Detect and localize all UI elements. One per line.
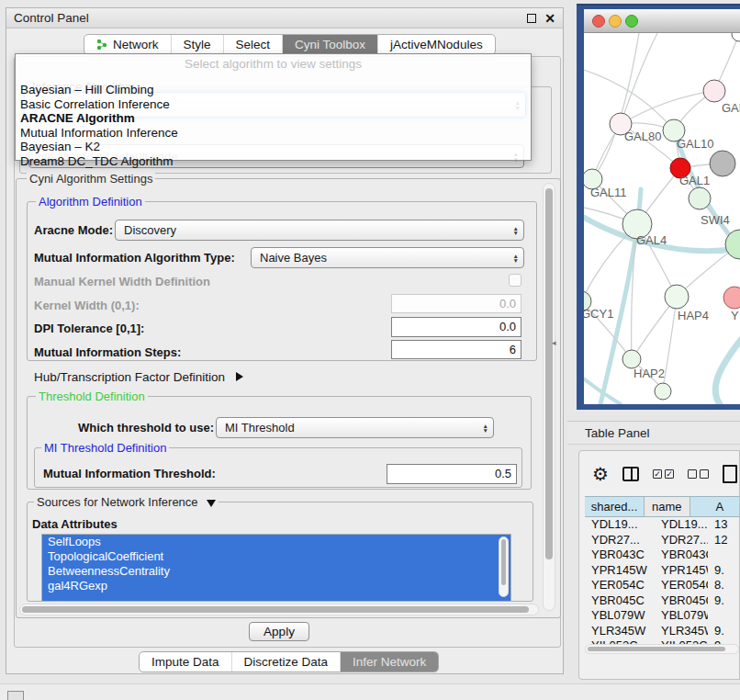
attribute-item[interactable]: gal4RGexp (42, 579, 510, 593)
new-table-icon[interactable] (723, 465, 737, 483)
control-panel-tabs: Network Style Select Cyni Toolbox jActiv… (84, 34, 496, 55)
table-horizontal-scrollbar[interactable] (585, 644, 739, 654)
svg-text:GCY1: GCY1 (584, 307, 613, 321)
tab-jactivemnodules[interactable]: jActiveMNodules (377, 35, 495, 54)
control-panel-titlebar: Control Panel ✕ (6, 8, 563, 28)
algorithm-option[interactable]: Bayesian – Hill Climbing (20, 83, 154, 97)
cyni-bottom-tabs: Impute Data Discretize Data Infer Networ… (139, 651, 439, 672)
column-header-name[interactable]: name (645, 497, 690, 516)
mi-threshold-field[interactable]: 0.5 (387, 464, 517, 484)
table-header-row: shared... name A (585, 496, 740, 517)
apply-button[interactable]: Apply (249, 622, 309, 641)
attributes-scrollbar[interactable] (499, 536, 509, 597)
hub-definition-toggle[interactable]: Hub/Transcription Factor Definition (34, 370, 243, 384)
attribute-item[interactable]: SelfLoops (42, 535, 510, 549)
mi-threshold-label: Mutual Information Threshold: (43, 467, 216, 481)
tab-discretize-data[interactable]: Discretize Data (231, 652, 341, 672)
threshold-definition-title: Threshold Definition (36, 390, 148, 403)
sources-title-toggle[interactable]: Sources for Network Inference (34, 495, 219, 509)
node-hap4[interactable] (665, 285, 689, 309)
attribute-item[interactable]: TopologicalCoefficient (42, 549, 510, 564)
mi-steps-field[interactable]: 6 (391, 340, 521, 359)
gear-icon[interactable]: ⚙ (592, 465, 609, 483)
mi-type-label: Mutual Information Algorithm Type: (34, 251, 235, 265)
network-canvas[interactable]: GAL GAL80 GAL10 GAL1 GAL11 GAL4 SWI4 GCY… (584, 33, 740, 404)
tab-style[interactable]: Style (171, 35, 223, 54)
which-threshold-select[interactable]: MI Threshold ▲▼ (216, 417, 494, 438)
cyni-algorithm-settings-title: Cyni Algorithm Settings (27, 172, 155, 186)
algorithm-option-selected[interactable]: ARACNE Algorithm (20, 111, 135, 126)
svg-text:SWI4: SWI4 (701, 213, 730, 227)
algorithm-option[interactable]: Mutual Information Inference (20, 126, 178, 141)
node-gal[interactable] (703, 80, 725, 102)
algorithm-dropdown-popup: Select algorithm to view settings Bayesi… (15, 53, 532, 161)
manual-kernel-checkbox (509, 274, 521, 287)
algorithm-option[interactable]: Bayesian – K2 (20, 140, 100, 154)
collapsed-panel-icon[interactable] (7, 691, 24, 700)
split-columns-icon[interactable] (622, 467, 639, 481)
app-root: { "colors": { "section_title_blue": "#24… (0, 0, 740, 700)
table-row[interactable]: YLR345WYLR345W9. (585, 624, 740, 639)
stepper-icon: ▲▼ (513, 225, 519, 235)
node-unlabeled[interactable] (689, 187, 711, 209)
table-row[interactable]: YER054CYER054C8. (585, 578, 740, 593)
algorithm-option[interactable]: Dream8 DC_TDC Algorithm (20, 154, 174, 169)
svg-text:HAP4: HAP4 (678, 309, 709, 322)
select-all-checks-icon[interactable]: ✓✓ (653, 469, 674, 479)
table-panel: ⚙ ✓✓ shared... name A YDL19...YDL19...13… (578, 450, 740, 680)
node-gray[interactable] (710, 151, 735, 176)
settings-horizontal-scrollbar[interactable] (19, 604, 539, 615)
svg-text:GAL11: GAL11 (590, 186, 627, 199)
stepper-icon: ▲▼ (483, 423, 488, 433)
algorithm-definition-title: Algorithm Definition (36, 195, 145, 209)
svg-text:GAL1: GAL1 (679, 174, 710, 187)
algorithm-option[interactable]: Basic Correlation Inference (20, 97, 170, 112)
which-threshold-label: Which threshold to use: (78, 421, 214, 435)
column-header-shared-name[interactable]: shared... (585, 497, 645, 516)
aracne-mode-select[interactable]: Discovery ▲▼ (115, 220, 524, 241)
attribute-item[interactable]: BetweennessCentrality (42, 564, 510, 579)
table-row[interactable]: YPR145WYPR145W9. (585, 563, 740, 579)
mi-type-select[interactable]: Naive Bayes ▲▼ (251, 247, 524, 268)
svg-text:GAL80: GAL80 (624, 130, 661, 143)
stepper-icon: ▲▼ (513, 253, 519, 263)
dpi-tolerance-field[interactable]: 0.0 (391, 317, 521, 337)
network-window-titlebar[interactable] (584, 9, 740, 33)
table-row[interactable]: YBR045CYBR045C9. (585, 593, 740, 609)
control-panel-window: Control Panel ✕ Network Style Select Cyn… (6, 7, 564, 674)
splitter-collapse-arrow[interactable]: ◂ (552, 338, 556, 347)
kernel-width-field: 0.0 (391, 294, 521, 313)
svg-text:GAL: GAL (722, 101, 740, 115)
node-hap2[interactable] (622, 350, 641, 368)
table-row[interactable]: YBL079WYBL079W (585, 608, 740, 624)
table-row[interactable]: YDL19...YDL19...13 (585, 517, 740, 533)
node-y[interactable] (723, 287, 740, 309)
tab-network[interactable]: Network (84, 35, 171, 54)
collapse-down-icon (207, 500, 216, 507)
manual-kernel-label: Manual Kernel Width Definition (34, 275, 210, 289)
data-attributes-label: Data Attributes (32, 517, 118, 532)
tab-cyni-toolbox[interactable]: Cyni Toolbox (282, 35, 377, 54)
table-row[interactable]: YDR27...YDR27...12 (585, 533, 740, 548)
minimize-button[interactable] (610, 15, 622, 27)
settings-vertical-scrollbar[interactable] (543, 183, 555, 611)
column-header-clipped[interactable]: A (690, 497, 740, 516)
zoom-button[interactable] (626, 15, 638, 27)
table-row[interactable]: YBR043CYBR043C (585, 548, 740, 563)
window-controls (591, 14, 648, 28)
close-button[interactable] (593, 15, 605, 27)
node-unlabeled[interactable] (655, 383, 671, 400)
attribute-item-partial[interactable] (42, 593, 510, 602)
dropdown-placeholder: Select algorithm to view settings (16, 57, 531, 71)
float-window-icon[interactable] (527, 14, 536, 23)
close-panel-icon[interactable]: ✕ (544, 14, 555, 23)
aracne-mode-label: Aracne Mode: (34, 223, 113, 238)
tab-infer-network[interactable]: Infer Network (340, 652, 438, 672)
node-unlabeled[interactable] (732, 33, 740, 41)
expand-right-icon (236, 372, 243, 381)
deselect-all-checks-icon[interactable] (688, 469, 709, 479)
tab-impute-data[interactable]: Impute Data (140, 652, 231, 672)
bottom-strip (0, 683, 740, 700)
tab-select[interactable]: Select (223, 35, 283, 54)
svg-text:GAL4: GAL4 (636, 233, 667, 247)
